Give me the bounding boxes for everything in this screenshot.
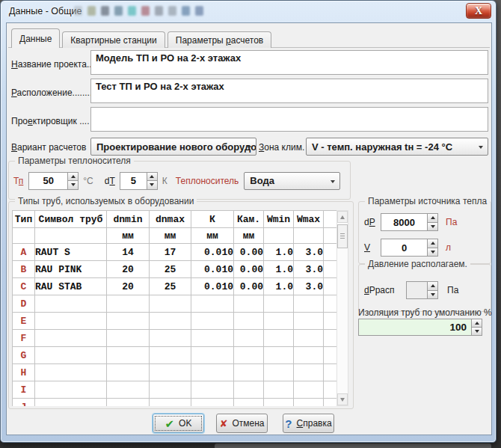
spin-down-button[interactable] (471, 327, 482, 336)
location-input[interactable]: Тест ТП и РО на 2-х этажах (90, 79, 488, 103)
pipe-cell[interactable] (191, 347, 234, 364)
pipe-cell[interactable] (324, 244, 337, 261)
pipe-cell[interactable] (191, 295, 234, 313)
spin-down-button[interactable] (427, 248, 438, 257)
pipe-cell[interactable] (324, 295, 337, 313)
pipe-cell[interactable]: 0.010 (191, 278, 234, 295)
spin-down-button[interactable] (67, 180, 79, 190)
pipe-cell[interactable] (324, 364, 337, 381)
pipe-cell[interactable]: 0.010 (191, 244, 234, 261)
table-vertical-scrollbar[interactable] (336, 210, 348, 406)
calc-variant-select[interactable]: Проектирование нового оборудова (90, 138, 256, 156)
ok-button[interactable]: ✔ OK (153, 414, 204, 433)
tab-apartment-stations[interactable]: Квартирные станции (62, 31, 165, 48)
pipe-cell[interactable]: 0.00 (234, 278, 264, 295)
volume-value[interactable]: 0 (381, 239, 427, 257)
pipe-type-cell[interactable]: B (13, 261, 35, 278)
pipe-cell[interactable]: RAU PINK (35, 261, 107, 278)
pipe-cell[interactable] (324, 261, 337, 278)
tp-value[interactable]: 50 (28, 172, 67, 190)
tab-calc-params[interactable]: Параметры расчетов (167, 31, 271, 48)
pipe-cell[interactable]: 1.0 (264, 244, 294, 261)
pipe-cell[interactable] (107, 313, 150, 330)
pipe-cell[interactable]: 0.00 (234, 244, 264, 261)
pipe-cell[interactable]: RAU STAB (35, 278, 107, 295)
pipe-cell[interactable] (35, 295, 107, 313)
close-button[interactable]: X (466, 3, 491, 19)
dprasp-value[interactable] (406, 281, 427, 299)
pipe-cell[interactable] (107, 330, 150, 347)
pipe-cell[interactable] (107, 347, 150, 364)
pipe-cell[interactable]: 0.00 (234, 261, 264, 278)
pipe-cell[interactable] (107, 295, 150, 313)
project-name-input[interactable]: Модель ТП и РО на 2-х этажах (90, 50, 488, 75)
pipe-cell[interactable] (191, 330, 234, 347)
pipe-cell[interactable] (294, 347, 324, 364)
pipe-cell[interactable]: 0.010 (191, 261, 234, 278)
pipe-cell[interactable]: 3.0 (294, 261, 324, 278)
pipe-table-row[interactable]: G (13, 347, 337, 364)
pipe-cell[interactable] (150, 364, 191, 381)
pipe-cell[interactable] (191, 364, 234, 381)
pipe-cell[interactable]: 20 (107, 261, 150, 278)
pipe-cell[interactable] (324, 381, 337, 399)
pipe-table-row[interactable]: BRAU PINK20250.0100.001.03.0 (13, 261, 337, 278)
pipe-type-cell[interactable]: H (13, 364, 35, 381)
pipe-table-row[interactable]: D (13, 295, 337, 313)
pipe-cell[interactable]: 1.0 (264, 278, 294, 295)
pipe-cell[interactable] (35, 381, 107, 399)
tp-spinner[interactable]: 50 (28, 172, 79, 190)
pipe-cell[interactable] (234, 381, 264, 399)
pipe-table-row[interactable]: F (13, 330, 337, 347)
pipe-cell[interactable] (234, 399, 264, 407)
insulation-spinner[interactable]: 100 (358, 319, 482, 336)
pipe-cell[interactable] (324, 278, 337, 295)
pipe-cell[interactable] (35, 330, 107, 347)
scrollbar-thumb[interactable] (337, 224, 348, 248)
pipe-cell[interactable]: 3.0 (294, 244, 324, 261)
pipe-cell[interactable] (324, 330, 337, 347)
pipe-table-row[interactable]: J (13, 399, 337, 407)
pipe-cell[interactable] (264, 381, 294, 399)
spin-down-button[interactable] (427, 222, 438, 232)
pipe-cell[interactable] (264, 399, 294, 407)
pipe-cell[interactable]: 14 (107, 244, 150, 261)
pipe-cell[interactable]: 25 (150, 278, 191, 295)
pipe-cell[interactable] (294, 313, 324, 330)
pipe-type-cell[interactable]: E (13, 313, 35, 330)
pipe-table-row[interactable]: ARAUT S14170.0100.001.03.0 (13, 244, 337, 261)
pipe-cell[interactable] (35, 347, 107, 364)
pipe-cell[interactable] (324, 399, 337, 407)
pipe-cell[interactable] (324, 347, 337, 364)
help-button[interactable]: ? Справка (283, 414, 334, 433)
pipe-cell[interactable] (35, 399, 107, 407)
pipe-cell[interactable] (294, 330, 324, 347)
pipe-cell[interactable] (324, 313, 337, 330)
coolant-medium-select[interactable]: Вода (244, 172, 340, 190)
pipe-cell[interactable]: 25 (150, 261, 191, 278)
pipe-cell[interactable] (150, 381, 191, 399)
pipe-type-cell[interactable]: C (13, 278, 35, 295)
pipe-cell[interactable] (234, 330, 264, 347)
pipe-type-cell[interactable]: G (13, 347, 35, 364)
scroll-down-button[interactable] (337, 393, 348, 405)
pipe-cell[interactable] (191, 313, 234, 330)
pipe-cell[interactable] (107, 381, 150, 399)
tab-data[interactable]: Данные (11, 28, 60, 48)
scroll-up-button[interactable] (337, 211, 348, 223)
pipe-type-cell[interactable]: I (13, 381, 35, 399)
dp-value[interactable]: 8000 (381, 213, 427, 231)
climate-zone-select[interactable]: V - темп. наружная tн = -24 °C (306, 138, 488, 156)
pipe-type-cell[interactable]: D (13, 295, 35, 313)
pipe-cell[interactable] (35, 313, 107, 330)
pipe-cell[interactable] (107, 399, 150, 407)
pipe-cell[interactable] (107, 364, 150, 381)
pipe-table-row[interactable]: H (13, 364, 337, 381)
pipe-table-row[interactable]: E (13, 313, 337, 330)
pipe-type-cell[interactable]: J (13, 399, 35, 407)
pipe-table-row[interactable]: I (13, 381, 337, 399)
pipe-cell[interactable]: 1.0 (264, 261, 294, 278)
pipe-type-cell[interactable]: A (13, 244, 35, 261)
pipe-cell[interactable] (264, 295, 294, 313)
pipe-cell[interactable] (150, 313, 191, 330)
